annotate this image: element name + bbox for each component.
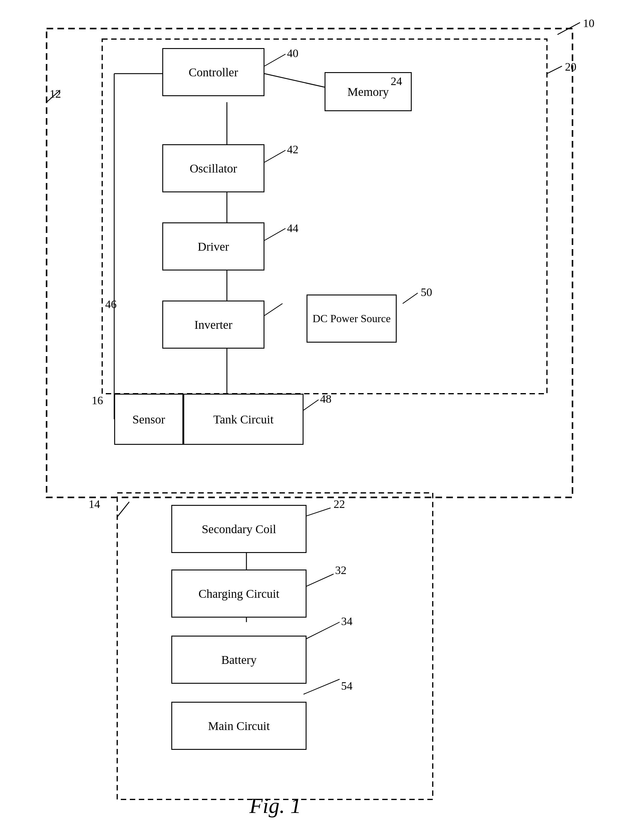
driver-block: Driver — [162, 223, 264, 270]
svg-line-27 — [264, 228, 286, 240]
svg-line-14 — [547, 66, 562, 74]
tank-circuit-block: Tank Circuit — [183, 394, 303, 445]
svg-line-26 — [264, 150, 286, 162]
sensor-block: Sensor — [114, 394, 183, 445]
connectors-svg — [0, 0, 635, 840]
ref-50: 50 — [421, 286, 432, 299]
svg-line-31 — [303, 400, 319, 410]
figure-label: Fig. 1 — [250, 793, 301, 818]
ref-12: 12 — [50, 87, 61, 100]
ref-40: 40 — [287, 47, 299, 60]
ref-42: 42 — [287, 143, 299, 156]
ref-32: 32 — [335, 564, 346, 577]
svg-line-24 — [264, 54, 286, 66]
svg-line-21 — [303, 574, 333, 587]
svg-line-23 — [303, 679, 340, 694]
ref-16: 16 — [92, 394, 103, 407]
ref-44: 44 — [287, 221, 299, 235]
svg-line-22 — [303, 622, 340, 640]
ref-14: 14 — [88, 497, 100, 511]
secondary-coil-block: Secondary Coil — [171, 505, 306, 553]
ref-48: 48 — [320, 392, 332, 406]
svg-line-29 — [403, 293, 418, 303]
ref-24: 24 — [391, 74, 402, 88]
ref-22: 22 — [333, 497, 345, 511]
charging-circuit-block: Charging Circuit — [171, 570, 306, 617]
ref-20: 20 — [565, 60, 577, 73]
svg-line-8 — [264, 74, 325, 87]
svg-line-13 — [558, 22, 580, 35]
main-circuit-block: Main Circuit — [171, 702, 306, 750]
svg-line-20 — [303, 508, 330, 517]
ref-46: 46 — [105, 297, 117, 311]
dc-power-block: DC Power Source — [306, 295, 397, 343]
oscillator-block: Oscillator — [162, 144, 264, 193]
page: Controller Memory Oscillator Driver Inve… — [0, 0, 635, 840]
ref-10: 10 — [583, 17, 594, 30]
inverter-block: Inverter — [162, 300, 264, 349]
svg-line-28 — [264, 303, 283, 316]
ref-54: 54 — [341, 679, 352, 692]
svg-line-16 — [117, 502, 129, 517]
controller-block: Controller — [162, 48, 264, 96]
battery-block: Battery — [171, 636, 306, 684]
ref-34: 34 — [341, 614, 352, 628]
